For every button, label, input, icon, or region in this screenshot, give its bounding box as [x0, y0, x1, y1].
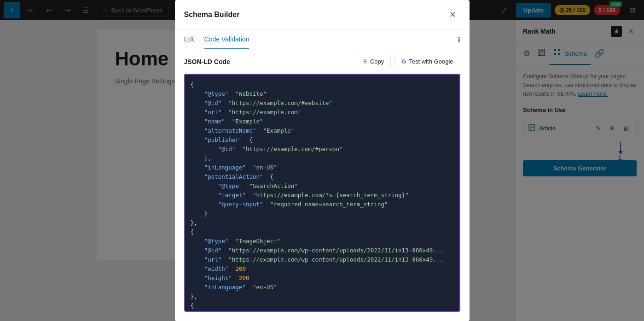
- tab-edit[interactable]: Edit: [184, 30, 195, 49]
- copy-button[interactable]: ⎘ Copy: [357, 55, 391, 68]
- modal-title: Schema Builder: [184, 11, 240, 19]
- close-icon: ✕: [449, 10, 456, 20]
- code-container: { "@type": "WebSite", "@id": "https://ex…: [175, 74, 470, 321]
- test-label: Test with Google: [409, 58, 453, 65]
- modal-overlay: Schema Builder ✕ Edit Code Validation ℹ …: [0, 0, 644, 321]
- code-section-title: JSON-LD Code: [184, 58, 230, 65]
- copy-icon: ⎘: [364, 58, 367, 65]
- code-content: { "@type": "WebSite", "@id": "https://ex…: [191, 80, 454, 312]
- code-block[interactable]: { "@type": "WebSite", "@id": "https://ex…: [184, 74, 460, 312]
- modal-close-button[interactable]: ✕: [446, 7, 460, 22]
- tab-code-validation[interactable]: Code Validation: [204, 30, 249, 49]
- google-icon: G: [401, 58, 406, 65]
- test-with-google-button[interactable]: G Test with Google: [395, 55, 460, 68]
- modal-code-header: JSON-LD Code ⎘ Copy G Test with Google: [175, 49, 470, 74]
- code-header-actions: ⎘ Copy G Test with Google: [357, 55, 460, 68]
- modal-content: JSON-LD Code ⎘ Copy G Test with Google {…: [175, 49, 470, 321]
- modal-header: Schema Builder ✕: [175, 0, 470, 30]
- modal-tabs: Edit Code Validation ℹ: [175, 30, 470, 49]
- info-icon[interactable]: ℹ: [458, 35, 460, 44]
- schema-builder-modal: Schema Builder ✕ Edit Code Validation ℹ …: [175, 0, 470, 321]
- copy-label: Copy: [370, 58, 384, 65]
